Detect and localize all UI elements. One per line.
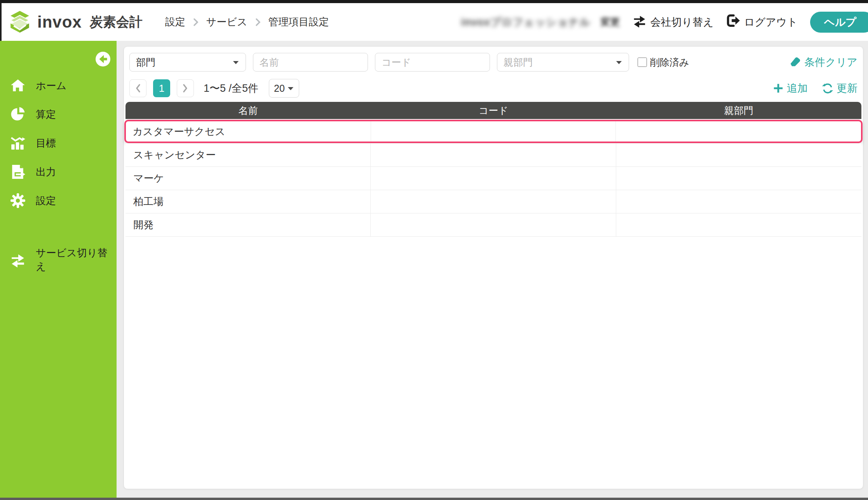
target-chart-icon [10,135,26,151]
cell-parent [616,143,861,166]
table-row[interactable]: スキャンセンター [125,143,861,167]
per-page-value: 20 [274,83,285,94]
chevron-right-icon [193,18,199,26]
parent-department-placeholder: 親部門 [504,56,533,69]
filter-row: 部門 親部門 削除済み 条件クリア [129,53,858,72]
next-page-button[interactable] [177,79,194,97]
cell-code [371,143,616,166]
table-row-selected[interactable]: カスタマーサクセス [124,120,863,143]
cell-name: スキャンセンター [125,143,371,166]
item-type-value: 部門 [136,56,155,69]
code-filter-input[interactable] [375,53,490,72]
per-page-select[interactable]: 20 [269,79,299,98]
company-name-blurred: invoxプロフェッショナル [461,15,590,29]
sidebar-nav: ホーム 算定 目標 [0,41,117,215]
cell-name: マーケ [125,167,371,190]
sidebar-item-calculation[interactable]: 算定 [0,100,117,129]
sidebar-item-service-switch[interactable]: サービス切り替え [0,245,117,274]
content-panel: 部門 親部門 削除済み 条件クリア [124,46,863,489]
brand-suffix: 炭素会計 [90,13,143,31]
gear-icon [10,193,26,208]
swap-arrows-icon [633,14,647,30]
window-left-edge [0,3,2,41]
column-header-name: 名前 [125,104,371,117]
table-row[interactable]: 柏工場 [125,190,861,213]
deleted-checkbox-label: 削除済み [650,56,689,69]
toolbar-row: 1 1〜5 /全5件 20 追加 [129,79,858,98]
main-content: 部門 親部門 削除済み 条件クリア [117,41,868,498]
plus-icon [773,83,784,94]
table-row[interactable]: 開発 [125,213,861,237]
chevron-right-icon [255,18,261,26]
cell-parent [616,213,861,236]
switch-company-button[interactable]: 会社切り替え [633,14,714,30]
parent-department-select[interactable]: 親部門 [497,53,629,72]
window-bottom-edge [0,498,868,500]
caret-down-icon [615,60,622,65]
deleted-checkbox[interactable] [638,58,647,67]
table-row[interactable]: マーケ [125,167,861,190]
sidebar-item-target[interactable]: 目標 [0,129,117,157]
cell-parent [616,121,861,142]
logout-button[interactable]: ログアウト [726,14,798,30]
column-header-code: コード [371,104,616,117]
window-top-edge [0,0,868,3]
cell-name: カスタマーサクセス [126,121,371,142]
eraser-icon [790,55,801,70]
item-type-select[interactable]: 部門 [129,53,246,72]
column-header-parent: 親部門 [616,104,861,117]
help-button[interactable]: ヘルプ [810,12,868,33]
chevron-left-icon [135,83,141,93]
refresh-button[interactable]: 更新 [822,81,858,95]
sidebar-collapse-button[interactable] [96,52,110,66]
cell-parent [616,167,861,190]
logout-icon [726,14,740,30]
caret-down-icon [232,60,239,65]
pagination-range-text: 1〜5 /全5件 [204,81,258,95]
cell-name: 柏工場 [125,190,371,213]
sidebar-item-home[interactable]: ホーム [0,71,117,100]
departments-table: 名前 コード 親部門 カスタマーサクセス スキャンセンター マーケ 柏工場 [125,102,861,237]
breadcrumb-service[interactable]: サービス [206,15,248,29]
breadcrumb-settings[interactable]: 設定 [165,15,185,29]
cell-code [371,167,616,190]
refresh-icon [822,82,833,94]
breadcrumb-current: 管理項目設定 [268,15,329,29]
sidebar-item-settings[interactable]: 設定 [0,186,117,215]
add-button[interactable]: 追加 [773,81,808,95]
cell-parent [616,190,861,213]
company-change-link-blurred[interactable]: 変更 [601,16,620,28]
cell-code [371,121,616,142]
export-icon [10,164,26,180]
prev-page-button[interactable] [129,79,146,97]
invox-logo-icon [9,10,31,34]
app-header: invox 炭素会計 設定 サービス 管理項目設定 invoxプロフェッショナル… [0,3,868,41]
cell-name: 開発 [125,213,371,236]
cell-code [371,190,616,213]
chevron-right-icon [182,83,188,93]
page-1-button[interactable]: 1 [153,79,170,97]
pie-chart-icon [10,107,26,122]
caret-down-icon [287,86,294,91]
swap-arrows-icon [10,252,26,267]
arrow-left-icon [96,52,110,66]
sidebar-item-output[interactable]: 出力 [0,157,117,186]
home-icon [10,78,26,93]
breadcrumb: 設定 サービス 管理項目設定 [165,15,329,29]
table-header-row: 名前 コード 親部門 [125,102,861,119]
cell-code [371,213,616,236]
clear-conditions-button[interactable]: 条件クリア [790,55,858,70]
name-filter-input[interactable] [253,53,368,72]
sidebar: ホーム 算定 目標 [0,41,117,498]
brand-name: invox [37,13,82,31]
brand-logo: invox 炭素会計 [0,10,143,34]
